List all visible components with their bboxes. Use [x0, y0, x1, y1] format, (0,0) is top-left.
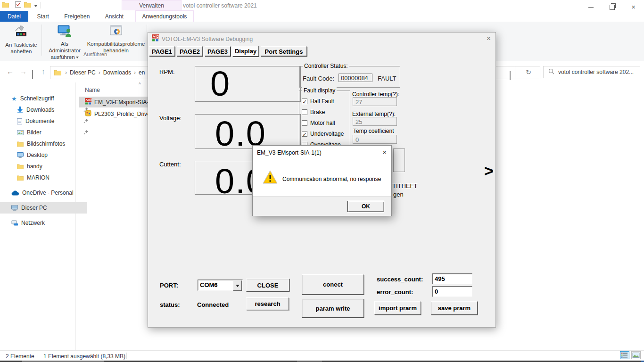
properties-check-icon[interactable] — [15, 1, 21, 9]
sidebar-label: Bildschirmfotos — [27, 140, 65, 147]
tab-anwendungstools[interactable]: Anwendungstools — [135, 10, 194, 23]
checkbox[interactable] — [302, 109, 307, 115]
votol-window-title: VOTOL-EM-V3 Software Debugging — [162, 36, 253, 42]
pin-to-taskbar-button[interactable]: An Taskleiste anheften — [2, 24, 41, 59]
breadcrumb-dieser-pc[interactable]: Dieser PC — [68, 69, 98, 76]
tab-start[interactable]: Start — [30, 11, 55, 22]
controller-temp-field[interactable]: 27 — [353, 97, 397, 106]
sidebar-label: OneDrive - Personal — [22, 189, 74, 196]
sidebar-item-handy[interactable]: handy — [0, 161, 92, 172]
checkbox-label: Undervoltage — [310, 131, 344, 137]
sidebar-item-bilder[interactable]: Bilder — [0, 127, 92, 138]
back-icon[interactable]: ← — [7, 67, 14, 75]
fault-item-undervoltage[interactable]: ✓Undervoltage — [302, 131, 344, 137]
thumbnail-view-button[interactable] — [631, 351, 641, 359]
item-count: 2 Elemente — [6, 353, 34, 360]
up-icon[interactable]: ↑ — [41, 67, 45, 75]
tab-freigeben[interactable]: Freigeben — [58, 11, 96, 22]
dialog-close-icon[interactable]: × — [382, 148, 387, 156]
error-count-field[interactable]: 0 — [432, 286, 472, 297]
votol-close-icon[interactable]: × — [487, 34, 491, 43]
combobox-dropdown-icon[interactable] — [233, 280, 242, 291]
refresh-icon[interactable]: ↻ — [526, 68, 531, 76]
current-label: Cuttent: — [159, 161, 181, 168]
sidebar-item-dieser-pc[interactable]: Dieser PC — [0, 202, 87, 214]
fault-status-text: FAULT — [378, 75, 396, 82]
desktop-icon — [17, 152, 24, 158]
fault-item-brake[interactable]: Brake — [302, 109, 325, 115]
search-field[interactable]: votol controller software 202... — [543, 66, 640, 78]
fault-item-motor-hall[interactable]: Motor hall — [302, 120, 335, 126]
details-view-button[interactable] — [620, 351, 629, 359]
sidebar-item-marion[interactable]: MARION — [0, 172, 92, 183]
folder-icon — [54, 70, 61, 75]
contextual-tab-verwalten[interactable]: Verwalten — [122, 0, 182, 11]
breadcrumb-chevron: › — [133, 69, 137, 76]
tab-page1[interactable]: PAGE1 — [149, 46, 175, 56]
votol-app-icon — [85, 98, 91, 106]
breadcrumb-downloads[interactable]: Downloads — [101, 69, 133, 76]
ribbon-group-divider — [41, 25, 42, 56]
sidebar-item-desktop[interactable]: Desktop — [0, 149, 92, 161]
history-chevron-icon[interactable] — [32, 70, 33, 79]
sidebar-item-onedrive[interactable]: OneDrive - Personal — [0, 187, 87, 198]
folder-icon — [17, 141, 24, 147]
folder-icon[interactable] — [24, 1, 31, 9]
param-write-button[interactable]: param write — [302, 299, 364, 318]
checkbox-label: Motor hall — [310, 120, 335, 126]
address-dropdown-icon[interactable] — [510, 71, 511, 80]
fault-item-hall-fault[interactable]: ✓Hall Fault — [302, 98, 334, 105]
port-combobox[interactable]: COM6 — [198, 280, 243, 291]
sidebar-item-schnellzugriff[interactable]: ★ Schnellzugriff — [0, 93, 87, 104]
sidebar-item-dokumente[interactable]: Dokumente — [0, 115, 92, 127]
controller-status-group-label: Controller Status: — [303, 63, 349, 69]
tab-page2[interactable]: PAGE2 — [177, 46, 203, 56]
rpm-value: 0 — [210, 67, 231, 100]
research-button[interactable]: research — [246, 297, 289, 310]
sidebar-item-bildschirmfotos[interactable]: Bildschirmfotos — [0, 138, 92, 149]
success-count-field[interactable]: 495 — [432, 273, 472, 284]
tab-ansicht[interactable]: Ansicht — [99, 11, 130, 22]
divider — [41, 2, 41, 8]
checkbox[interactable]: ✓ — [302, 131, 307, 137]
checkbox[interactable]: ✓ — [302, 99, 307, 104]
sidebar-item-downloads[interactable]: Downloads — [0, 104, 92, 115]
search-input[interactable]: votol controller software 202... — [558, 69, 634, 75]
controller-status-group: Controller Status: Fault Code: 00000084 … — [299, 66, 400, 88]
message-dialog: EM_V3-EMsport-SIA-1(1) × Communication a… — [252, 145, 392, 216]
votol-titlebar[interactable]: VOTOL-EM-V3 Software Debugging — [148, 33, 495, 45]
save-param-button[interactable]: save prarm — [431, 301, 478, 315]
fault-code-field[interactable]: 00000084 — [339, 74, 372, 82]
tab-datei[interactable]: Datei — [0, 11, 28, 22]
dialog-title: EM_V3-EMsport-SIA-1(1) — [257, 149, 322, 156]
breadcrumb-current[interactable]: en — [137, 69, 147, 76]
dialog-titlebar[interactable]: EM_V3-EMsport-SIA-1(1) × — [253, 146, 391, 159]
tab-page3[interactable]: PAGE3 — [205, 46, 231, 56]
sidebar-label: Dokumente — [25, 118, 54, 124]
sort-ascending-icon[interactable]: ^ — [139, 82, 141, 87]
checkbox[interactable] — [302, 120, 307, 126]
file-name: PL2303_Prolific_Driver — [94, 111, 152, 117]
pin-icon — [83, 118, 89, 125]
checkbox-label: Brake — [310, 109, 325, 115]
qat-customize-icon[interactable] — [34, 4, 38, 7]
close-port-button[interactable]: CLOSE — [246, 279, 289, 292]
ok-button[interactable]: OK — [347, 201, 384, 212]
folder-icon[interactable] — [2, 1, 9, 9]
forward-icon[interactable]: → — [20, 67, 27, 75]
external-temp-field[interactable]: 25 — [353, 117, 397, 126]
onedrive-cloud-icon — [11, 190, 19, 196]
connect-button[interactable]: conect — [302, 274, 364, 295]
temp-coefficient-field[interactable]: 0 — [353, 135, 397, 144]
fault-display-group-label: Fault display — [302, 87, 337, 94]
sidebar-item-netzwerk[interactable]: Netzwerk — [0, 217, 87, 229]
navigation-pane: ★ Schnellzugriff Downloads Dokumente — [0, 82, 76, 351]
tab-display[interactable]: Display — [232, 46, 259, 57]
tab-port-settings[interactable]: Port Settings — [261, 46, 307, 56]
import-param-button[interactable]: import prarm — [374, 301, 421, 315]
votol-app-icon — [152, 34, 159, 43]
warning-icon — [263, 170, 278, 186]
selection-info: 1 Element ausgewählt (8,33 MB) — [43, 353, 125, 360]
column-header-name[interactable]: Name — [85, 87, 100, 93]
chevron-right-icon[interactable]: > — [484, 162, 494, 180]
